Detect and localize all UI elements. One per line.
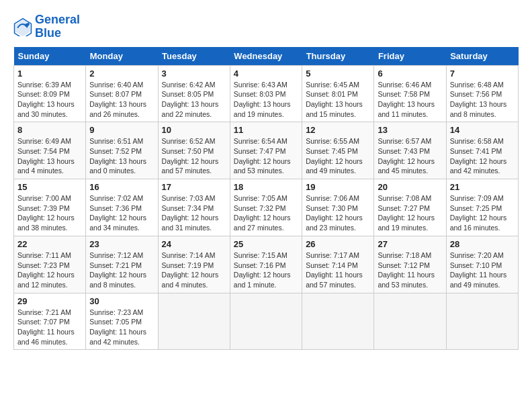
calendar-cell: 6 Sunrise: 6:46 AM Sunset: 7:58 PM Dayli…: [374, 65, 446, 122]
day-number: 8: [17, 125, 82, 135]
day-number: 7: [450, 68, 515, 79]
calendar-cell: 15 Sunrise: 7:00 AM Sunset: 7:39 PM Dayl…: [14, 179, 86, 236]
calendar-cell: [230, 293, 302, 350]
day-info: Sunrise: 6:45 AM Sunset: 8:01 PM Dayligh…: [306, 80, 370, 120]
calendar-table: SundayMondayTuesdayWednesdayThursdayFrid…: [13, 47, 519, 351]
day-number: 16: [89, 182, 154, 192]
calendar-cell: [446, 293, 518, 350]
calendar-cell: 20 Sunrise: 7:08 AM Sunset: 7:27 PM Dayl…: [374, 179, 446, 236]
day-number: 25: [234, 239, 298, 249]
calendar-cell: 8 Sunrise: 6:49 AM Sunset: 7:54 PM Dayli…: [14, 122, 86, 179]
weekday-header-sunday: Sunday: [14, 47, 86, 66]
calendar-cell: 11 Sunrise: 6:54 AM Sunset: 7:47 PM Dayl…: [230, 122, 302, 179]
weekday-header-thursday: Thursday: [302, 47, 374, 66]
calendar-cell: 21 Sunrise: 7:09 AM Sunset: 7:25 PM Dayl…: [446, 179, 518, 236]
day-number: 12: [306, 125, 370, 135]
calendar-cell: 12 Sunrise: 6:55 AM Sunset: 7:45 PM Dayl…: [302, 122, 374, 179]
day-info: Sunrise: 6:52 AM Sunset: 7:50 PM Dayligh…: [162, 136, 226, 176]
day-number: 24: [162, 239, 226, 249]
day-info: Sunrise: 7:15 AM Sunset: 7:16 PM Dayligh…: [234, 250, 298, 290]
logo: General Blue: [13, 13, 80, 40]
day-info: Sunrise: 6:57 AM Sunset: 7:43 PM Dayligh…: [378, 136, 442, 176]
day-number: 17: [162, 182, 226, 192]
day-info: Sunrise: 6:51 AM Sunset: 7:52 PM Dayligh…: [89, 136, 154, 176]
calendar-cell: 13 Sunrise: 6:57 AM Sunset: 7:43 PM Dayl…: [374, 122, 446, 179]
weekday-header-monday: Monday: [86, 47, 158, 66]
calendar-cell: 1 Sunrise: 6:39 AM Sunset: 8:09 PM Dayli…: [14, 65, 86, 122]
weekday-header-saturday: Saturday: [446, 47, 518, 66]
weekday-header-friday: Friday: [374, 47, 446, 66]
calendar-cell: 22 Sunrise: 7:11 AM Sunset: 7:23 PM Dayl…: [14, 236, 86, 293]
day-info: Sunrise: 6:48 AM Sunset: 7:56 PM Dayligh…: [450, 80, 515, 120]
calendar-cell: 17 Sunrise: 7:03 AM Sunset: 7:34 PM Dayl…: [158, 179, 230, 236]
day-info: Sunrise: 7:09 AM Sunset: 7:25 PM Dayligh…: [450, 193, 515, 233]
calendar-cell: 25 Sunrise: 7:15 AM Sunset: 7:16 PM Dayl…: [230, 236, 302, 293]
logo-text-line1: General: [35, 13, 80, 27]
calendar-cell: 28 Sunrise: 7:20 AM Sunset: 7:10 PM Dayl…: [446, 236, 518, 293]
day-info: Sunrise: 7:20 AM Sunset: 7:10 PM Dayligh…: [450, 250, 515, 290]
day-number: 19: [306, 182, 370, 192]
calendar-cell: [374, 293, 446, 350]
day-number: 26: [306, 239, 370, 249]
day-info: Sunrise: 7:08 AM Sunset: 7:27 PM Dayligh…: [378, 193, 442, 233]
day-number: 18: [234, 182, 298, 192]
day-info: Sunrise: 7:02 AM Sunset: 7:36 PM Dayligh…: [89, 193, 154, 233]
calendar-cell: 16 Sunrise: 7:02 AM Sunset: 7:36 PM Dayl…: [86, 179, 158, 236]
day-info: Sunrise: 7:17 AM Sunset: 7:14 PM Dayligh…: [306, 250, 370, 290]
calendar-cell: 29 Sunrise: 7:21 AM Sunset: 7:07 PM Dayl…: [14, 293, 86, 350]
day-number: 14: [450, 125, 515, 135]
calendar-cell: 9 Sunrise: 6:51 AM Sunset: 7:52 PM Dayli…: [86, 122, 158, 179]
day-info: Sunrise: 7:21 AM Sunset: 7:07 PM Dayligh…: [17, 308, 82, 347]
day-number: 29: [17, 296, 82, 306]
day-number: 4: [234, 68, 298, 79]
weekday-header-wednesday: Wednesday: [230, 47, 302, 66]
calendar-cell: 19 Sunrise: 7:06 AM Sunset: 7:30 PM Dayl…: [302, 179, 374, 236]
day-info: Sunrise: 7:14 AM Sunset: 7:19 PM Dayligh…: [162, 250, 226, 290]
day-info: Sunrise: 6:54 AM Sunset: 7:47 PM Dayligh…: [234, 136, 298, 176]
day-number: 5: [306, 68, 370, 79]
day-number: 27: [378, 239, 442, 249]
calendar-header: SundayMondayTuesdayWednesdayThursdayFrid…: [14, 47, 519, 66]
weekday-header-tuesday: Tuesday: [158, 47, 230, 66]
day-number: 30: [89, 296, 154, 306]
day-number: 13: [378, 125, 442, 135]
day-number: 10: [162, 125, 226, 135]
calendar-cell: 27 Sunrise: 7:18 AM Sunset: 7:12 PM Dayl…: [374, 236, 446, 293]
day-info: Sunrise: 7:03 AM Sunset: 7:34 PM Dayligh…: [162, 193, 226, 233]
day-number: 21: [450, 182, 515, 192]
calendar-cell: 5 Sunrise: 6:45 AM Sunset: 8:01 PM Dayli…: [302, 65, 374, 122]
calendar-cell: 26 Sunrise: 7:17 AM Sunset: 7:14 PM Dayl…: [302, 236, 374, 293]
logo-text-line2: Blue: [35, 27, 80, 40]
day-info: Sunrise: 7:12 AM Sunset: 7:21 PM Dayligh…: [89, 250, 154, 290]
calendar-cell: 4 Sunrise: 6:43 AM Sunset: 8:03 PM Dayli…: [230, 65, 302, 122]
day-number: 23: [89, 239, 154, 249]
calendar-cell: 14 Sunrise: 6:58 AM Sunset: 7:41 PM Dayl…: [446, 122, 518, 179]
calendar-week-3: 15 Sunrise: 7:00 AM Sunset: 7:39 PM Dayl…: [14, 179, 519, 236]
day-info: Sunrise: 7:00 AM Sunset: 7:39 PM Dayligh…: [17, 193, 82, 233]
calendar-week-4: 22 Sunrise: 7:11 AM Sunset: 7:23 PM Dayl…: [14, 236, 519, 293]
calendar-cell: 2 Sunrise: 6:40 AM Sunset: 8:07 PM Dayli…: [86, 65, 158, 122]
day-number: 15: [17, 182, 82, 192]
day-info: Sunrise: 7:11 AM Sunset: 7:23 PM Dayligh…: [17, 250, 82, 290]
calendar-cell: 24 Sunrise: 7:14 AM Sunset: 7:19 PM Dayl…: [158, 236, 230, 293]
calendar-cell: 30 Sunrise: 7:23 AM Sunset: 7:05 PM Dayl…: [86, 293, 158, 350]
calendar-cell: 3 Sunrise: 6:42 AM Sunset: 8:05 PM Dayli…: [158, 65, 230, 122]
day-info: Sunrise: 7:23 AM Sunset: 7:05 PM Dayligh…: [89, 308, 154, 347]
day-info: Sunrise: 6:46 AM Sunset: 7:58 PM Dayligh…: [378, 80, 442, 120]
day-info: Sunrise: 7:05 AM Sunset: 7:32 PM Dayligh…: [234, 193, 298, 233]
day-info: Sunrise: 6:55 AM Sunset: 7:45 PM Dayligh…: [306, 136, 370, 176]
day-number: 2: [89, 68, 154, 79]
day-number: 9: [89, 125, 154, 135]
calendar-week-1: 1 Sunrise: 6:39 AM Sunset: 8:09 PM Dayli…: [14, 65, 519, 122]
day-info: Sunrise: 6:43 AM Sunset: 8:03 PM Dayligh…: [234, 80, 298, 120]
day-number: 20: [378, 182, 442, 192]
calendar-cell: [302, 293, 374, 350]
day-info: Sunrise: 6:39 AM Sunset: 8:09 PM Dayligh…: [17, 80, 82, 120]
day-number: 3: [162, 68, 226, 79]
day-info: Sunrise: 7:18 AM Sunset: 7:12 PM Dayligh…: [378, 250, 442, 290]
calendar-cell: 10 Sunrise: 6:52 AM Sunset: 7:50 PM Dayl…: [158, 122, 230, 179]
calendar-cell: 23 Sunrise: 7:12 AM Sunset: 7:21 PM Dayl…: [86, 236, 158, 293]
day-number: 11: [234, 125, 298, 135]
day-info: Sunrise: 7:06 AM Sunset: 7:30 PM Dayligh…: [306, 193, 370, 233]
day-number: 22: [17, 239, 82, 249]
